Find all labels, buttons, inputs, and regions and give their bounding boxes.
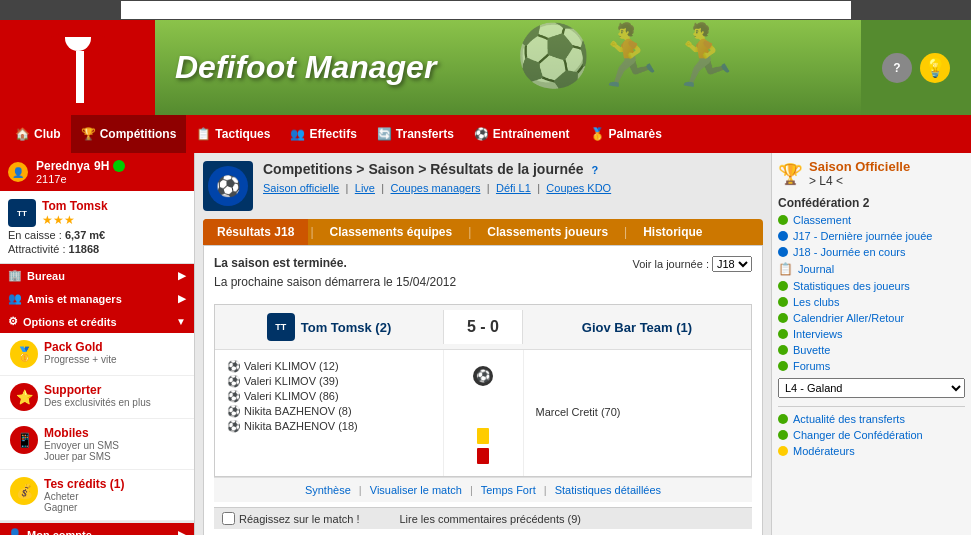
rs-link-calendrier[interactable]: Calendrier Aller/Retour <box>778 310 965 326</box>
result-tabs: Résultats J18 | Classements équipes | Cl… <box>203 219 763 245</box>
home-events: ⚽ Valeri KLIMOV (12) ⚽ Valeri KLIMOV (39… <box>215 350 444 476</box>
dot-j18 <box>778 247 788 257</box>
rs-link-stats-joueurs[interactable]: Statistiques des joueurs <box>778 278 965 294</box>
goal-icon-2: ⚽ <box>227 375 241 387</box>
journey-select[interactable]: J18 <box>712 256 752 272</box>
rs-link-forums[interactable]: Forums <box>778 358 965 374</box>
rs-link-interviews[interactable]: Interviews <box>778 326 965 342</box>
brand-area: Defifoot Manager ⚽🏃🏃 <box>155 20 861 115</box>
rs-link-buvette[interactable]: Buvette <box>778 342 965 358</box>
amis-section[interactable]: 👥 Amis et managers ▶ <box>0 287 194 310</box>
dot-classement <box>778 215 788 225</box>
rs-link-classement[interactable]: Classement <box>778 212 965 228</box>
home-team-badge: TT <box>267 313 295 341</box>
rs-link-journal[interactable]: 📋 Journal <box>778 260 965 278</box>
goal-icon-5: ⚽ <box>227 420 241 432</box>
next-season: La prochaine saison démarrera le 15/04/2… <box>214 275 752 289</box>
journal-icon: 📋 <box>778 262 793 276</box>
nav-transferts[interactable]: 🔄 Transferts <box>367 115 464 153</box>
competition-logo: ⚽ <box>203 161 253 211</box>
mon-compte-section[interactable]: 👤 Mon compte ▶ <box>0 523 194 535</box>
sub-link-kdo[interactable]: Coupes KDO <box>546 182 611 194</box>
link-temps-fort[interactable]: Temps Fort <box>481 484 536 496</box>
mobiles-title: Mobiles <box>44 426 119 440</box>
dot-actualite <box>778 414 788 424</box>
match-header: TT Tom Tomsk (2) 5 - 0 Giov Bar Team (1) <box>215 305 751 350</box>
bureau-arrow: ▶ <box>178 270 186 281</box>
mid-ball-icon: ⚽ <box>473 366 493 386</box>
options-section[interactable]: ⚙ Options et crédits ▼ <box>0 310 194 333</box>
mobiles-item[interactable]: 📱 Mobiles Envoyer un SMSJouer par SMS <box>0 419 194 470</box>
nav-effectifs[interactable]: 👥 Effectifs <box>280 115 366 153</box>
away-goal-1: Marcel Cretit (70) <box>536 406 740 418</box>
mobile-icon: 📱 <box>10 426 38 454</box>
tab-resultats[interactable]: Résultats J18 <box>203 219 308 245</box>
clipboard-icon: 📋 <box>196 127 211 141</box>
match-score: 5 - 0 <box>443 310 523 344</box>
supporter-desc: Des exclusivités en plus <box>44 397 151 408</box>
rs-link-j18[interactable]: J18 - Journée en cours <box>778 244 965 260</box>
tab-classements-equipes[interactable]: Classements équipes <box>316 219 467 245</box>
breadcrumb-help[interactable]: ? <box>591 164 598 176</box>
nav-tactiques[interactable]: 📋 Tactiques <box>186 115 280 153</box>
comment-checkbox[interactable] <box>222 512 235 525</box>
match-area: Voir la journée : J18 La saison est term… <box>203 245 763 535</box>
credits-item[interactable]: 💰 Tes crédits (1) AcheterGagner <box>0 470 194 521</box>
sub-link-live[interactable]: Live <box>355 182 375 194</box>
tab-classements-joueurs[interactable]: Classements joueurs <box>473 219 622 245</box>
goal-icon-1: ⚽ <box>227 360 241 372</box>
rs-level: > L4 < <box>809 174 910 188</box>
tab-historique[interactable]: Historique <box>629 219 716 245</box>
rs-link-actualite[interactable]: Actualité des transferts <box>778 411 965 427</box>
nav-competitions[interactable]: 🏆 Compétitions <box>71 115 187 153</box>
home-goal-2: ⚽ Valeri KLIMOV (39) <box>227 375 431 388</box>
help-icon[interactable]: ? <box>882 53 912 83</box>
link-visualiser[interactable]: Visualiser le match <box>370 484 462 496</box>
supporter-item[interactable]: ⭐ Supporter Des exclusivités en plus <box>0 376 194 419</box>
rs-conf-title: Confédération 2 <box>778 196 965 210</box>
main-layout: 👤 Perednya 9H 2117e TT Tom Tomsk ★★★ <box>0 153 971 535</box>
options-arrow: ▼ <box>176 316 186 327</box>
match-details: ⚽ Valeri KLIMOV (12) ⚽ Valeri KLIMOV (39… <box>215 350 751 476</box>
goal-icon-4: ⚽ <box>227 405 241 417</box>
pack-gold-icon: 🥇 <box>10 340 38 368</box>
options-icon: ⚙ <box>8 315 18 328</box>
bureau-icon: 🏢 <box>8 269 22 282</box>
dot-buvette <box>778 345 788 355</box>
rs-link-j17[interactable]: J17 - Dernière journée jouée <box>778 228 965 244</box>
user-rank: 2117e <box>36 173 186 185</box>
dot-forums <box>778 361 788 371</box>
link-synthese[interactable]: Synthèse <box>305 484 351 496</box>
sub-links: Saison officielle | Live | Coupes manage… <box>263 181 763 195</box>
header: Defifoot Manager ⚽🏃🏃 ? 💡 <box>0 20 971 115</box>
sub-link-defi[interactable]: Défi L1 <box>496 182 531 194</box>
red-card <box>477 448 489 464</box>
team-badge: TT <box>8 199 36 227</box>
dot-clubs <box>778 297 788 307</box>
read-comments-link[interactable]: Lire les commentaires précédents (9) <box>399 513 581 525</box>
nav-palmares[interactable]: 🥇 Palmarès <box>580 115 672 153</box>
club-icon: 🏠 <box>15 127 30 141</box>
pack-gold-item[interactable]: 🥇 Pack Gold Progresse + vite <box>0 333 194 376</box>
bulb-icon[interactable]: 💡 <box>920 53 950 83</box>
bureau-section[interactable]: 🏢 Bureau ▶ <box>0 264 194 287</box>
nav-entrainement[interactable]: ⚽ Entraînement <box>464 115 580 153</box>
dot-stats <box>778 281 788 291</box>
comment-react-link[interactable]: Réagissez sur le match ! <box>239 513 359 525</box>
sub-link-saison[interactable]: Saison officielle <box>263 182 339 194</box>
user-bar: 👤 Perednya 9H 2117e <box>0 153 194 191</box>
rs-link-changer-conf[interactable]: Changer de Confédération <box>778 427 965 443</box>
sub-link-coupes[interactable]: Coupes managers <box>391 182 481 194</box>
rs-level-select[interactable]: L4 - Galand <box>778 378 965 398</box>
home-goal-1: ⚽ Valeri KLIMOV (12) <box>227 360 431 373</box>
team-info-box: TT Tom Tomsk ★★★ En caisse : 6,37 m€ Att… <box>0 191 194 264</box>
comment-bar: Réagissez sur le match ! Lire les commen… <box>214 507 752 529</box>
team-attractivite: Attractivité : 11868 <box>8 243 186 255</box>
rs-link-moderateurs[interactable]: Modérateurs <box>778 443 965 459</box>
rs-link-clubs[interactable]: Les clubs <box>778 294 965 310</box>
nav-club[interactable]: 🏠 Club <box>5 115 71 153</box>
link-stats[interactable]: Statistiques détaillées <box>555 484 661 496</box>
account-icon: 👤 <box>8 528 22 535</box>
app-title: Defifoot Manager <box>175 49 436 86</box>
center-content: ⚽ Competitions > Saison > Résultats de l… <box>195 153 771 535</box>
